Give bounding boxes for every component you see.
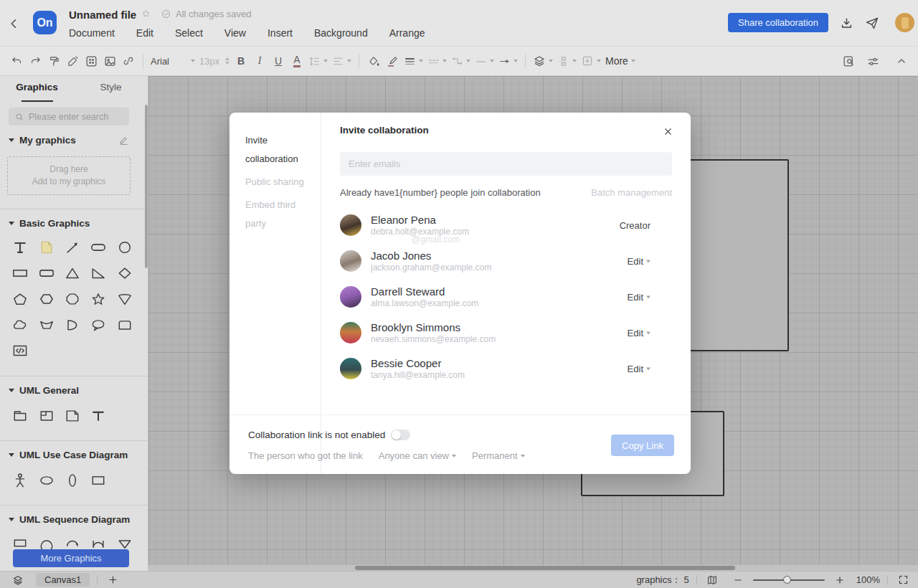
font-size-select[interactable]: 13px <box>197 51 232 71</box>
add-canvas-icon[interactable] <box>105 574 120 585</box>
canvas-shape-rectangle-1[interactable] <box>687 159 789 351</box>
user-avatar[interactable] <box>895 13 914 32</box>
fill-color-icon[interactable] <box>364 51 383 71</box>
shape-note-icon[interactable] <box>62 407 83 425</box>
shape-cloud-icon[interactable] <box>9 316 31 334</box>
sidebar-search[interactable] <box>9 108 129 125</box>
shape-uml-text-icon[interactable] <box>87 407 109 425</box>
more-tools-button[interactable]: More <box>603 51 638 71</box>
my-graphics-header[interactable]: My graphics <box>9 135 76 146</box>
shape-text-icon[interactable] <box>9 238 31 257</box>
send-icon[interactable] <box>863 14 881 32</box>
menu-insert[interactable]: Insert <box>268 27 293 39</box>
collapse-toolbar-icon[interactable] <box>892 51 911 71</box>
modal-nav-invite-collaboration[interactable]: Invite collaboration <box>245 131 311 169</box>
shape-sticky-note-icon[interactable] <box>36 238 57 257</box>
shape-rectangle-icon[interactable] <box>9 264 31 283</box>
distribute-align-button[interactable] <box>555 51 579 71</box>
shape-octagon-icon[interactable] <box>62 290 83 308</box>
member-role-dropdown[interactable]: Edit <box>628 256 650 267</box>
shape-stadium-icon[interactable] <box>87 238 109 257</box>
share-collaboration-button[interactable]: Share collaboration <box>728 13 828 32</box>
download-icon[interactable] <box>838 14 855 32</box>
settings-sliders-icon[interactable] <box>863 51 882 71</box>
shape-hexagon-icon[interactable] <box>36 290 57 308</box>
canvas-hscroll-thumb[interactable] <box>355 566 735 570</box>
pages-layers-icon[interactable] <box>10 574 26 586</box>
arrow-style-button[interactable] <box>496 51 520 71</box>
shape-diamond-icon[interactable] <box>114 264 136 283</box>
app-logo[interactable]: On <box>33 11 57 34</box>
more-graphics-button[interactable]: More Graphics <box>13 549 129 567</box>
font-family-select[interactable]: Arial <box>148 51 197 71</box>
line-dash-button[interactable] <box>425 51 449 71</box>
close-icon[interactable] <box>661 124 675 138</box>
shape-triangle-icon[interactable] <box>62 264 83 283</box>
zoom-slider[interactable] <box>753 579 825 581</box>
line-spacing-button[interactable] <box>306 51 330 71</box>
modal-nav-public-sharing[interactable]: Public sharing <box>245 173 311 191</box>
menu-background[interactable]: Background <box>314 27 368 39</box>
snap-grid-icon[interactable] <box>82 51 100 71</box>
shape-right-triangle-icon[interactable] <box>87 264 109 283</box>
member-role-dropdown[interactable]: Edit <box>628 364 650 374</box>
permission-dropdown[interactable]: Anyone can view <box>379 450 456 461</box>
tab-style[interactable]: Style <box>74 76 148 100</box>
shape-code-block-icon[interactable] <box>9 341 31 360</box>
layers-order-button[interactable] <box>531 51 555 71</box>
text-color-button[interactable]: A <box>288 51 306 71</box>
uml-general-header[interactable]: UML General <box>9 385 79 396</box>
my-graphics-dropzone[interactable]: Drag here Add to my graphics <box>7 156 131 195</box>
insert-image-icon[interactable] <box>100 51 119 71</box>
italic-button[interactable]: I <box>250 51 269 71</box>
find-replace-icon[interactable] <box>839 51 858 71</box>
batch-management-link[interactable]: Batch management <box>591 187 672 198</box>
highlighter-icon[interactable] <box>383 51 402 71</box>
text-align-button[interactable] <box>330 51 354 71</box>
shape-speech-bubble-icon[interactable] <box>87 316 109 334</box>
member-role-dropdown[interactable]: Edit <box>628 292 650 303</box>
copy-link-button[interactable]: Copy Link <box>611 435 674 456</box>
basic-graphics-header[interactable]: Basic Graphics <box>9 218 90 229</box>
uml-sequence-header[interactable]: UML Sequence Diagram <box>9 514 130 525</box>
shape-lifeline-icon[interactable] <box>9 536 31 550</box>
sidebar-scrollbar[interactable] <box>145 105 148 268</box>
shape-destroy-icon[interactable] <box>114 536 136 550</box>
bold-button[interactable]: B <box>232 51 250 71</box>
canvas-tab[interactable]: Canvas1 <box>36 573 90 587</box>
menu-document[interactable]: Document <box>69 27 115 39</box>
file-title[interactable]: Unnamed file <box>69 9 136 21</box>
shape-arc-icon[interactable] <box>36 536 57 550</box>
menu-view[interactable]: View <box>224 27 246 39</box>
shape-teardrop-icon[interactable] <box>62 316 83 334</box>
shape-cone-icon[interactable] <box>114 290 136 308</box>
underline-button[interactable]: U <box>269 51 288 71</box>
zoom-slider-knob[interactable] <box>783 576 791 584</box>
duration-dropdown[interactable]: Permanent <box>472 450 525 461</box>
back-icon[interactable] <box>6 15 23 32</box>
undo-icon[interactable] <box>7 51 26 71</box>
shape-card-icon[interactable] <box>114 316 136 334</box>
shape-pentagon-icon[interactable] <box>9 290 31 308</box>
redo-icon[interactable] <box>26 51 44 71</box>
tab-graphics[interactable]: Graphics <box>0 76 74 100</box>
shape-tall-ellipse-icon[interactable] <box>62 471 83 490</box>
shape-loop-arrow-icon[interactable] <box>62 536 83 550</box>
shape-half-ellipse-icon[interactable] <box>87 536 109 550</box>
minimap-icon[interactable] <box>704 574 720 586</box>
member-role-dropdown[interactable]: Edit <box>628 328 650 338</box>
menu-edit[interactable]: Edit <box>136 27 153 39</box>
insert-link-icon[interactable] <box>119 51 138 71</box>
shape-ellipse-icon[interactable] <box>36 471 57 490</box>
favorite-star-icon[interactable] <box>141 9 151 19</box>
collab-link-toggle[interactable] <box>391 430 410 440</box>
shape-curved-trapezoid-icon[interactable] <box>36 316 57 334</box>
shape-arrow-line-icon[interactable] <box>62 238 83 257</box>
invite-emails-input[interactable] <box>340 152 672 176</box>
menu-arrange[interactable]: Arrange <box>389 27 425 39</box>
fullscreen-icon[interactable] <box>895 574 911 585</box>
font-size-stepper[interactable] <box>225 57 230 65</box>
zoom-level[interactable]: 100% <box>856 574 880 585</box>
shape-rounded-rectangle-icon[interactable] <box>36 264 57 283</box>
line-width-button[interactable] <box>402 51 425 71</box>
